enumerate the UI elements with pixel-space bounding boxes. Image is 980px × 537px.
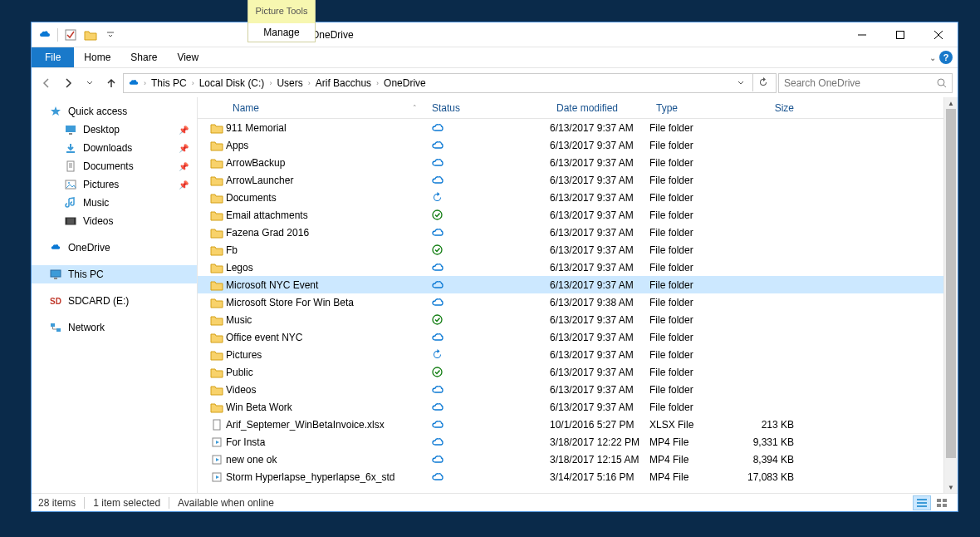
refresh-button[interactable] <box>752 73 772 91</box>
scroll-thumb[interactable] <box>946 109 956 458</box>
date-header[interactable]: Date modified <box>550 102 649 114</box>
view-tab[interactable]: View <box>167 47 208 67</box>
folder-icon <box>198 349 226 361</box>
up-button[interactable] <box>101 73 121 93</box>
table-row[interactable]: 911 Memorial6/13/2017 9:37 AMFile folder <box>198 119 943 136</box>
scroll-up-icon[interactable]: ▲ <box>944 97 958 109</box>
file-date: 3/18/2017 12:15 AM <box>550 454 649 466</box>
address-bar[interactable]: › This PC › Local Disk (C:) › Users › Ar… <box>123 73 777 93</box>
share-tab[interactable]: Share <box>120 47 167 67</box>
chevron-right-icon[interactable]: › <box>142 79 148 87</box>
table-row[interactable]: Fazena Grad 20166/13/2017 9:37 AMFile fo… <box>198 224 943 241</box>
pictures-icon <box>65 179 76 190</box>
folder-icon <box>198 140 226 151</box>
file-date: 10/1/2016 5:27 PM <box>550 419 649 431</box>
svg-point-18 <box>433 315 442 324</box>
name-header[interactable]: Name˄ <box>226 102 425 114</box>
table-row[interactable]: Storm Hyperlapse_hyperlapse_6x_std3/14/2… <box>198 468 943 485</box>
svg-rect-25 <box>917 502 927 504</box>
folder-icon <box>198 402 226 413</box>
qat-dropdown-icon[interactable] <box>100 25 120 45</box>
size-header[interactable]: Size <box>726 102 802 114</box>
file-date: 6/13/2017 9:37 AM <box>550 209 649 221</box>
file-date: 3/18/2017 12:22 PM <box>550 436 649 448</box>
file-tab[interactable]: File <box>32 47 74 67</box>
maximize-button[interactable] <box>881 22 919 47</box>
table-row[interactable]: Apps6/13/2017 9:37 AMFile folder <box>198 136 943 154</box>
this-pc[interactable]: This PC <box>32 265 197 283</box>
chevron-right-icon[interactable]: › <box>375 79 380 87</box>
file-date: 6/13/2017 9:37 AM <box>550 262 649 273</box>
table-row[interactable]: Public6/13/2017 9:37 AMFile folder <box>198 363 943 381</box>
chevron-right-icon[interactable]: › <box>190 79 196 87</box>
address-dropdown-icon[interactable] <box>731 73 751 93</box>
table-row[interactable]: Office event NYC6/13/2017 9:37 AMFile fo… <box>198 328 943 346</box>
new-folder-icon[interactable] <box>81 25 100 45</box>
search-icon[interactable] <box>937 78 947 88</box>
sidebar-item-videos[interactable]: Videos <box>32 212 197 230</box>
table-row[interactable]: Videos6/13/2017 9:37 AMFile folder <box>198 381 943 398</box>
monitor-icon <box>50 268 61 280</box>
table-row[interactable]: Legos6/13/2017 9:37 AMFile folder <box>198 259 943 276</box>
breadcrumb[interactable]: Users <box>275 77 304 89</box>
table-row[interactable]: Microsoft Store For Win Beta6/13/2017 9:… <box>198 293 943 311</box>
scroll-down-icon[interactable]: ▼ <box>944 481 958 493</box>
table-row[interactable]: Music6/13/2017 9:37 AMFile folder <box>198 311 943 328</box>
table-row[interactable]: Arif_Septemer_WinBetaInvoice.xlsx10/1/20… <box>198 416 943 433</box>
table-row[interactable]: ArrowLauncher6/13/2017 9:37 AMFile folde… <box>198 171 943 189</box>
breadcrumb[interactable]: OneDrive <box>382 77 428 89</box>
sidebar-item-pictures[interactable]: Pictures📌 <box>32 175 197 194</box>
sidebar-item-downloads[interactable]: Downloads📌 <box>32 139 197 157</box>
table-row[interactable]: Win Beta Work6/13/2017 9:37 AMFile folde… <box>198 398 943 416</box>
svg-rect-26 <box>917 505 927 507</box>
quick-access[interactable]: Quick access <box>32 102 197 121</box>
sidebar-item-documents[interactable]: Documents📌 <box>32 157 197 175</box>
search-box[interactable] <box>778 73 953 93</box>
close-button[interactable] <box>919 22 958 47</box>
table-row[interactable]: Documents6/13/2017 9:37 AMFile folder <box>198 189 943 206</box>
network[interactable]: Network <box>32 318 197 337</box>
recent-dropdown[interactable] <box>80 73 100 93</box>
file-name: Fazena Grad 2016 <box>226 227 425 239</box>
table-row[interactable]: ArrowBackup6/13/2017 9:37 AMFile folder <box>198 154 943 171</box>
folder-icon <box>198 367 226 378</box>
file-date: 6/13/2017 9:37 AM <box>550 349 649 361</box>
status-cloud-icon <box>425 298 550 308</box>
vertical-scrollbar[interactable]: ▲ ▼ <box>943 97 958 493</box>
help-icon[interactable]: ? <box>939 51 953 64</box>
chevron-right-icon[interactable]: › <box>267 79 273 87</box>
details-view-button[interactable] <box>913 495 931 510</box>
table-row[interactable]: Email attachments6/13/2017 9:37 AMFile f… <box>198 206 943 224</box>
breadcrumb[interactable]: Local Disk (C:) <box>198 77 267 89</box>
svg-rect-3 <box>66 126 76 132</box>
sidebar-item-desktop[interactable]: Desktop📌 <box>32 121 197 139</box>
svg-point-17 <box>433 245 442 254</box>
ribbon-expand-icon[interactable]: ⌄ <box>929 53 936 62</box>
svg-rect-5 <box>66 151 75 153</box>
sdcard[interactable]: SD SDCARD (E:) <box>32 292 197 310</box>
type-header[interactable]: Type <box>649 102 726 114</box>
status-header[interactable]: Status <box>425 102 550 114</box>
file-type: File folder <box>649 192 726 204</box>
breadcrumb[interactable]: Arif Bacchus <box>314 77 373 89</box>
file-name: Microsoft NYC Event <box>226 279 425 291</box>
table-row[interactable]: Microsoft NYC Event6/13/2017 9:37 AMFile… <box>198 276 943 293</box>
table-row[interactable]: new one ok3/18/2017 12:15 AMMP4 File8,39… <box>198 451 943 468</box>
home-tab[interactable]: Home <box>74 47 120 67</box>
large-icons-view-button[interactable] <box>933 495 951 510</box>
search-input[interactable] <box>784 77 937 89</box>
svg-rect-11 <box>74 218 76 224</box>
properties-icon[interactable] <box>61 25 81 45</box>
minimize-button[interactable] <box>843 22 881 47</box>
table-row[interactable]: Pictures6/13/2017 9:37 AMFile folder <box>198 346 943 363</box>
manage-tab[interactable]: Manage <box>248 23 315 42</box>
table-row[interactable]: For Insta3/18/2017 12:22 PMMP4 File9,331… <box>198 433 943 451</box>
forward-button[interactable] <box>58 73 78 93</box>
sidebar-item-music[interactable]: Music <box>32 194 197 212</box>
back-button[interactable] <box>37 73 56 93</box>
onedrive-root[interactable]: OneDrive <box>32 239 197 257</box>
status-bar: 28 items 1 item selected Available when … <box>32 493 958 511</box>
chevron-right-icon[interactable]: › <box>306 79 312 87</box>
breadcrumb[interactable]: This PC <box>149 77 189 89</box>
table-row[interactable]: Fb6/13/2017 9:37 AMFile folder <box>198 241 943 259</box>
